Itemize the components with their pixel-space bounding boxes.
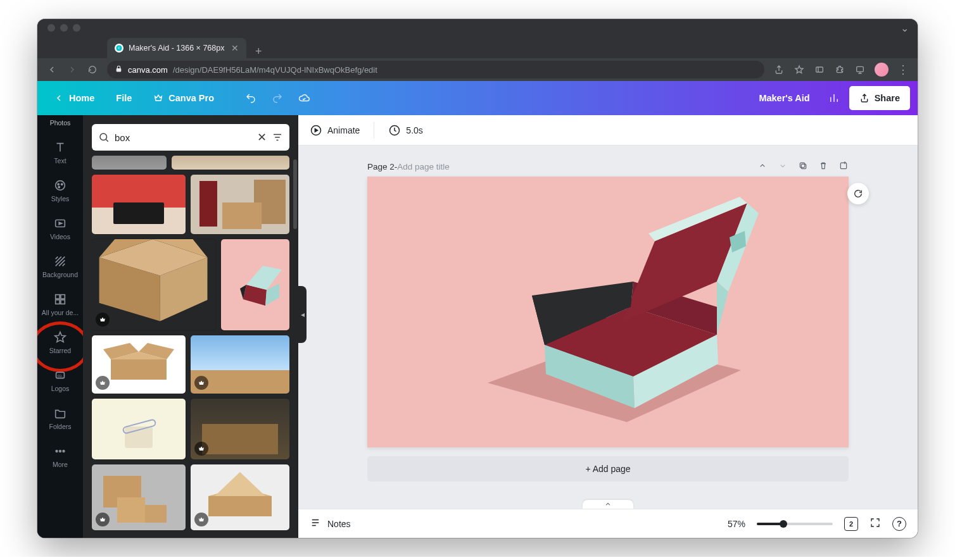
device-icon[interactable]	[854, 64, 866, 75]
undo-button[interactable]	[239, 87, 262, 109]
photo-result[interactable]	[92, 464, 186, 530]
rail-videos-label: Videos	[50, 233, 70, 240]
canvas-area: Animate 5.0s Page 2 - Add page title	[298, 115, 918, 538]
rail-styles[interactable]: Styles	[40, 175, 80, 206]
pro-crown-icon	[96, 513, 110, 526]
rail-folders[interactable]: Folders	[40, 402, 80, 434]
traffic-light-max[interactable]	[73, 24, 80, 32]
rail-starred-label: Starred	[49, 347, 71, 354]
rail-background[interactable]: Background	[40, 251, 80, 282]
nav-back-icon[interactable]	[46, 64, 58, 75]
fullscreen-icon[interactable]	[870, 517, 881, 530]
ext-icon-1[interactable]	[814, 64, 825, 75]
zoom-value[interactable]: 57%	[728, 519, 745, 529]
photo-result[interactable]	[221, 239, 289, 330]
extensions-icon[interactable]	[834, 64, 845, 75]
search-input[interactable]	[115, 132, 252, 143]
cloud-sync-icon[interactable]	[293, 87, 315, 109]
photo-result[interactable]	[191, 335, 289, 394]
tab-close-icon[interactable]: ✕	[231, 43, 239, 53]
svg-rect-9	[56, 295, 60, 299]
bookmark-star-icon[interactable]	[794, 64, 805, 75]
new-page-icon[interactable]	[838, 161, 849, 173]
rail-more-label: More	[53, 461, 68, 468]
canva-pro-button[interactable]: Canva Pro	[144, 87, 223, 109]
photo-result[interactable]	[92, 156, 167, 170]
animate-button[interactable]: Animate	[310, 124, 360, 137]
traffic-light-close[interactable]	[47, 24, 55, 32]
page-title-input[interactable]: Add page title	[397, 162, 450, 171]
svg-rect-1	[117, 68, 122, 72]
svg-point-6	[61, 184, 63, 185]
rail-all-designs[interactable]: All your de...	[40, 289, 80, 320]
address-bar[interactable]: canva.com/design/DAE9fH56LaM/m4qVUJQd-lN…	[107, 61, 764, 78]
share-page-icon[interactable]	[773, 64, 785, 75]
new-tab-button[interactable]: +	[246, 45, 271, 58]
pro-crown-icon	[96, 313, 110, 327]
duration-button[interactable]: 5.0s	[388, 124, 422, 137]
rail-all-designs-label: All your de...	[42, 309, 79, 316]
pages-drawer-handle[interactable]	[583, 500, 633, 509]
pro-label: Canva Pro	[168, 93, 214, 103]
file-menu[interactable]: File	[107, 87, 141, 109]
duration-label: 5.0s	[406, 125, 422, 135]
browser-menu-icon[interactable]: ⋮	[897, 64, 909, 75]
rail-photos[interactable]: Photos	[40, 119, 80, 130]
photo-result[interactable]	[92, 239, 216, 330]
rail-videos[interactable]: Videos	[40, 213, 80, 244]
photo-result[interactable]	[191, 175, 289, 234]
photo-result[interactable]	[191, 464, 289, 530]
help-button[interactable]: ?	[892, 517, 906, 531]
page-up-icon[interactable]	[757, 161, 768, 173]
delete-page-icon[interactable]	[818, 161, 828, 173]
svg-rect-10	[61, 295, 65, 299]
analytics-icon[interactable]	[823, 87, 845, 109]
tab-title: Maker's Aid - 1366 × 768px	[129, 44, 224, 53]
canvas-page[interactable]	[367, 177, 849, 447]
nav-reload-icon[interactable]	[87, 64, 98, 75]
window-menu-chevron[interactable]: ⌄	[901, 22, 909, 34]
page-count-badge[interactable]: 2	[844, 517, 858, 531]
rail-more[interactable]: More	[40, 440, 80, 472]
side-rail: Photos Text Styles Videos Background All…	[37, 115, 83, 538]
regenerate-fab[interactable]	[847, 183, 869, 204]
redo-button[interactable]	[266, 87, 289, 109]
profile-avatar[interactable]	[875, 63, 889, 77]
pro-crown-icon	[194, 376, 208, 390]
photo-result[interactable]	[92, 175, 186, 234]
svg-marker-28	[111, 359, 167, 380]
rail-styles-label: Styles	[51, 195, 70, 202]
filter-icon[interactable]	[272, 132, 283, 143]
svg-rect-11	[56, 300, 60, 304]
share-button[interactable]: Share	[849, 86, 910, 110]
url-path: /design/DAE9fH56LaM/m4qVUJQd-lNIxBwqOkBe…	[173, 65, 377, 75]
panel-scrollbar[interactable]	[293, 159, 297, 229]
svg-rect-3	[857, 66, 864, 72]
page-header: Page 2 - Add page title	[367, 161, 849, 177]
box-image[interactable]	[443, 180, 773, 433]
rail-logos-label: Logos	[51, 385, 70, 392]
traffic-light-min[interactable]	[60, 24, 68, 32]
page-down-icon[interactable]	[778, 161, 788, 173]
photo-result[interactable]	[92, 335, 186, 394]
duplicate-page-icon[interactable]	[798, 161, 808, 173]
lock-icon	[115, 65, 123, 75]
browser-tab-active[interactable]: Maker's Aid - 1366 × 768px ✕	[107, 38, 246, 58]
photo-result[interactable]	[92, 399, 186, 459]
notes-icon[interactable]	[310, 517, 321, 530]
project-name[interactable]: Maker's Aid	[750, 93, 818, 103]
home-button[interactable]: Home	[45, 87, 103, 109]
add-page-button[interactable]: + Add page	[367, 456, 849, 482]
photo-result[interactable]	[172, 156, 289, 170]
nav-forward-icon	[66, 64, 78, 75]
notes-button[interactable]: Notes	[327, 519, 351, 529]
clear-search-icon[interactable]: ✕	[257, 130, 267, 144]
rail-logos[interactable]: co.Logos	[40, 364, 80, 396]
rail-text[interactable]: Text	[40, 137, 80, 168]
photo-result[interactable]	[191, 399, 289, 459]
svg-point-5	[58, 184, 59, 185]
rail-starred[interactable]: Starred	[40, 327, 80, 358]
zoom-slider[interactable]	[757, 523, 833, 525]
photos-panel: ✕	[83, 115, 298, 538]
svg-point-0	[116, 45, 122, 51]
